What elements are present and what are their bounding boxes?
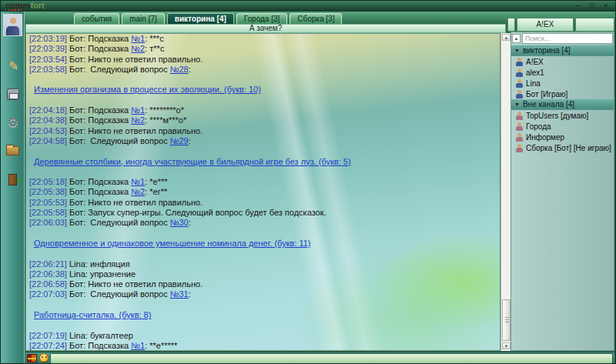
sidebar-icons: ✎ ⚙	[1, 58, 25, 187]
collapse-triangle-icon[interactable]: ▼	[514, 48, 520, 53]
chat-message: [22:03:39] Бот: Подсказка №2: т**с	[26, 44, 500, 54]
minimize-button[interactable]: –	[574, 2, 582, 10]
user-avatar[interactable]	[3, 14, 22, 36]
user-name: Lina	[526, 79, 541, 88]
user-person-icon	[516, 68, 523, 77]
nickname[interactable]: Бот:	[67, 55, 85, 64]
smiley-icon[interactable]	[39, 353, 49, 362]
nickname[interactable]: Бот:	[67, 115, 85, 125]
maximize-button[interactable]: □	[588, 2, 596, 10]
user-person-icon	[516, 112, 523, 120]
inline-link[interactable]: №1	[131, 341, 145, 350]
chat-scrollbar[interactable]: ▲ ▼	[500, 33, 511, 351]
nickname[interactable]: Lina:	[67, 331, 88, 340]
nickname[interactable]: Lina:	[67, 259, 88, 269]
timestamp: [22:04:53]	[29, 126, 67, 135]
inline-link[interactable]: №30	[170, 218, 189, 227]
chat-message: [22:06:21] Lina: инфляция	[26, 259, 500, 269]
self-nick-button[interactable]: A!EX	[517, 18, 574, 32]
nickname[interactable]: Бот:	[67, 105, 85, 115]
chat-message: [22:07:24] Бот: Подсказка №1: **е*****	[26, 341, 500, 351]
inline-link[interactable]: №1	[131, 177, 145, 186]
nickname[interactable]: Бот:	[67, 279, 85, 289]
message-text: Следующий вопрос	[85, 218, 170, 227]
nickname[interactable]: Бот:	[67, 187, 85, 196]
user-item[interactable]: Сборка [Бот] [Не играю]	[511, 142, 614, 153]
search-input[interactable]	[522, 33, 613, 44]
user-item[interactable]: Города	[511, 121, 614, 132]
nickname[interactable]: Бот:	[67, 177, 85, 186]
message-text: Подсказка	[85, 341, 131, 350]
logo-underline-decoration	[8, 9, 22, 11]
close-button[interactable]: ×	[602, 2, 610, 10]
question-link[interactable]: Работница-считалка. (букв: 8)	[34, 310, 151, 319]
inline-link[interactable]: №28	[170, 65, 189, 74]
user-item[interactable]: TopUsers [думаю]	[511, 110, 614, 121]
question-link[interactable]: Деревянные столбики, иногда участвующие …	[34, 157, 351, 166]
user-item[interactable]: A!EX	[511, 56, 614, 67]
nickname[interactable]: Бот:	[67, 289, 85, 299]
message-text: : ****м***о*	[145, 115, 186, 125]
nickname[interactable]: Бот:	[67, 44, 85, 53]
inline-link[interactable]: №1	[131, 34, 145, 43]
nickname[interactable]: Бот:	[67, 208, 85, 217]
title-bar[interactable]: commfort – □ ×	[1, 1, 615, 12]
tab-main[interactable]: main [7]	[122, 13, 165, 25]
commfort-window: commfort – □ × событияmain [7]викторина …	[0, 0, 616, 364]
nickname[interactable]: Бот:	[67, 136, 85, 145]
question-link[interactable]: Изменения организма в процессе их эволюц…	[34, 85, 261, 94]
message-text: инфляция	[88, 259, 130, 269]
user-item[interactable]: alex1	[511, 67, 614, 78]
folder-icon[interactable]	[5, 143, 21, 159]
message-text: Подсказка	[85, 115, 131, 125]
user-item[interactable]: Бот [Играю]	[511, 88, 614, 99]
inline-link[interactable]: №2	[131, 44, 145, 53]
notes-pencil-icon[interactable]: ✎	[5, 58, 21, 73]
timestamp: [22:03:58]	[29, 65, 67, 74]
timestamp: [22:07:24]	[29, 341, 67, 350]
settings-gear-icon[interactable]: ⚙	[5, 115, 21, 130]
inline-link[interactable]: №31	[170, 289, 189, 299]
nickname[interactable]: Lina:	[67, 269, 88, 279]
chat-message: [22:04:18] Бот: Подсказка №1: ********о*	[26, 105, 500, 115]
collapse-triangle-icon[interactable]: ▼	[514, 102, 520, 107]
gear-glyph-icon: ⚙	[7, 115, 18, 131]
nickname[interactable]: Бот:	[67, 218, 85, 227]
channel-header[interactable]: ▼Вне канала [4]	[511, 99, 614, 110]
nickname[interactable]: Бот:	[67, 34, 85, 43]
blank-line	[26, 167, 500, 177]
message-input[interactable]	[50, 353, 613, 364]
timestamp: [22:05:58]	[29, 208, 67, 217]
tab-sborka[interactable]: Сборка [3]	[290, 13, 342, 25]
chat-message: [22:05:38] Бот: Подсказка №2: *ег**	[26, 187, 500, 197]
question-link[interactable]: Одновременное и одинаковое уменьшение но…	[34, 239, 311, 248]
save-disk-icon[interactable]	[5, 86, 21, 102]
channel-name: викторина [4]	[523, 46, 571, 55]
nickname[interactable]: Бот:	[67, 65, 85, 74]
user-item[interactable]: Lina	[511, 78, 614, 88]
nickname[interactable]: Бот:	[67, 198, 85, 207]
nickname[interactable]: Бот:	[67, 126, 85, 135]
inline-link[interactable]: №2	[131, 115, 145, 125]
tab-events[interactable]: события	[74, 13, 119, 25]
inline-link[interactable]: №1	[131, 105, 145, 115]
chat-message: [22:03:54] Бот: Никто не ответил правиль…	[26, 55, 500, 65]
channel-header[interactable]: ▼викторина [4]	[511, 45, 614, 56]
scroll-up-icon[interactable]: ▲	[502, 34, 511, 41]
collapse-search-icon[interactable]: ▲	[512, 34, 521, 43]
exit-door-icon[interactable]	[5, 172, 21, 187]
user-item[interactable]: Информер	[511, 132, 614, 142]
tab-viktorina[interactable]: викторина [4]	[167, 13, 234, 25]
scroll-down-icon[interactable]: ▼	[502, 342, 511, 349]
tab-goroda[interactable]: Города [3]	[236, 13, 288, 25]
nickname[interactable]: Бот:	[67, 341, 85, 350]
panel-empty-button[interactable]	[575, 18, 614, 32]
inline-link[interactable]: №2	[131, 187, 145, 196]
channel-topic: А зачем?	[25, 24, 506, 33]
text-color-icon[interactable]	[27, 354, 37, 362]
message-text: Следующий вопрос	[85, 289, 170, 299]
inline-link[interactable]: №29	[170, 136, 189, 145]
timestamp: [22:04:18]	[29, 105, 67, 115]
scrollbar-thumb[interactable]	[502, 299, 511, 341]
message-text: упразнение	[88, 269, 136, 279]
